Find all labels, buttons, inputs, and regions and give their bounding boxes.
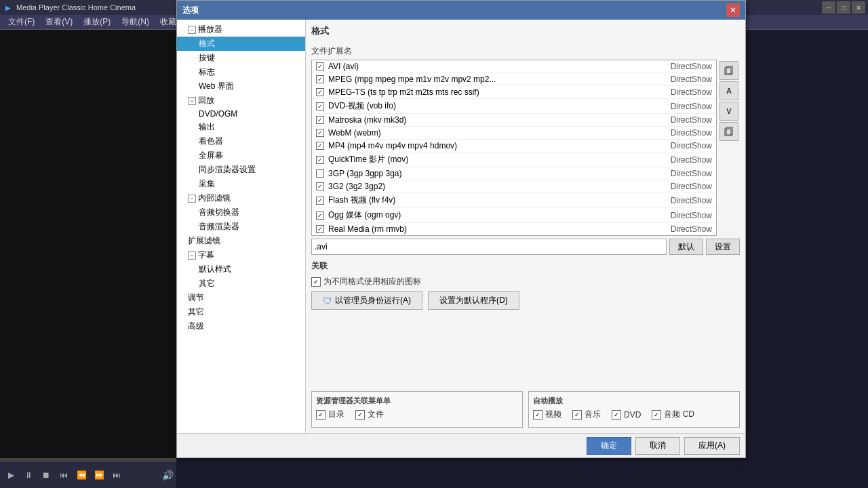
set-button[interactable]: 设置 xyxy=(706,239,740,255)
stop-button[interactable]: ⏹ xyxy=(38,467,54,483)
tree-node-audio-render[interactable]: 音频渲染器 xyxy=(177,220,305,234)
ext-checkbox-avi[interactable] xyxy=(316,62,324,70)
ext-btn-check[interactable]: V xyxy=(719,102,738,121)
progress-bar[interactable] xyxy=(0,458,176,461)
ext-checkbox-mp4[interactable] xyxy=(316,142,324,150)
ext-checkbox-rm[interactable] xyxy=(316,225,324,233)
tree-label-icon: 标志 xyxy=(199,66,215,78)
tree-expand-filter[interactable] xyxy=(188,195,196,203)
ext-engine-mov: DirectShow xyxy=(658,155,712,165)
ext-btn-copy2[interactable] xyxy=(719,122,738,141)
prev-button[interactable]: ⏪ xyxy=(73,467,90,483)
menu-play[interactable]: 播放(P) xyxy=(78,15,116,29)
ext-name-flv: Flash 视频 (flv f4v) xyxy=(328,195,658,206)
explorer-dir-checkbox[interactable]: ✓ xyxy=(316,410,326,420)
tree-node-hotkey[interactable]: 按键 xyxy=(177,51,305,65)
ext-checkbox-dvd[interactable] xyxy=(316,102,324,110)
tree-expand-player[interactable] xyxy=(188,26,196,34)
auto-music-row: ✓ 音乐 xyxy=(572,409,601,420)
prev-chapter-button[interactable]: ⏮ xyxy=(56,467,72,483)
tree-expand-playback[interactable] xyxy=(188,97,196,105)
ext-item-rm[interactable]: Real Media (rm rmvb) DirectShow xyxy=(312,223,716,236)
ext-item-3gp[interactable]: 3GP (3gp 3gpp 3ga) DirectShow xyxy=(312,167,716,180)
play-button[interactable]: ▶ xyxy=(3,467,19,483)
ext-item-mp4[interactable]: MP4 (mp4 m4v mp4v mpv4 hdmov) DirectShow xyxy=(312,140,716,152)
ext-input-field[interactable] xyxy=(311,239,667,255)
ext-item-avi[interactable]: AVI (avi) DirectShow xyxy=(312,60,716,73)
extensions-list[interactable]: AVI (avi) DirectShow MPEG (mpg mpeg mpe … xyxy=(311,60,717,236)
tree-node-icon[interactable]: 标志 xyxy=(177,65,305,79)
next-chapter-button[interactable]: ⏭ xyxy=(108,467,125,483)
tree-node-ext-filter[interactable]: 扩展滤镜 xyxy=(177,234,305,248)
ext-btn-copy1[interactable] xyxy=(719,61,738,80)
tree-node-player[interactable]: 播放器 xyxy=(177,22,305,37)
bottom-sections: 资源管理器关联菜单单 ✓ 目录 ✓ 文件 xyxy=(311,391,740,428)
ext-item-dvd[interactable]: DVD-视频 (vob ifo) DirectShow xyxy=(312,99,716,114)
next-button[interactable]: ⏩ xyxy=(91,467,107,483)
explorer-file-checkbox[interactable]: ✓ xyxy=(355,410,365,420)
auto-cd-checkbox[interactable]: ✓ xyxy=(652,410,661,420)
ext-checkbox-mpeg[interactable] xyxy=(316,75,324,83)
tree-node-audio-switch[interactable]: 音频切换器 xyxy=(177,205,305,220)
ext-item-mkv[interactable]: Matroska (mkv mk3d) DirectShow xyxy=(312,114,716,127)
auto-dvd-checkbox[interactable]: ✓ xyxy=(612,410,621,420)
explorer-file-label: 文件 xyxy=(368,409,384,420)
tree-node-output[interactable]: 输出 xyxy=(177,120,305,134)
tree-node-filter[interactable]: 内部滤镜 xyxy=(177,191,305,205)
pause-button[interactable]: ⏸ xyxy=(20,467,37,483)
auto-play-section: 自动播放 ✓ 视频 ✓ 音乐 xyxy=(528,391,740,428)
use-icon-checkbox[interactable]: ✓ xyxy=(311,277,321,287)
ext-item-webm[interactable]: WebM (webm) DirectShow xyxy=(312,127,716,140)
ext-item-mov[interactable]: QuickTime 影片 (mov) DirectShow xyxy=(312,152,716,167)
tree-label-audio-render: 音频渲染器 xyxy=(199,221,239,232)
main-container: ▶ ⏸ ⏹ ⏮ ⏪ ⏩ ⏭ 🔊 选项 ✕ xyxy=(0,30,868,488)
minimize-button[interactable]: ─ xyxy=(822,1,835,14)
dialog-close-button[interactable]: ✕ xyxy=(726,3,740,17)
app-close-button[interactable]: ✕ xyxy=(852,1,865,14)
ext-item-mpeg[interactable]: MPEG (mpg mpeg mpe m1v m2v mpv2 mp2... D… xyxy=(312,73,716,86)
tree-expand-subtitle[interactable] xyxy=(188,251,196,260)
ext-item-flv[interactable]: Flash 视频 (flv f4v) DirectShow xyxy=(312,193,716,208)
tree-node-sync[interactable]: 同步渲染器设置 xyxy=(177,163,305,177)
tree-label-hotkey: 按键 xyxy=(199,52,215,64)
ext-checkbox-ogg[interactable] xyxy=(316,211,324,220)
tree-node-dvd[interactable]: DVD/OGM xyxy=(177,108,305,120)
cancel-button[interactable]: 取消 xyxy=(635,437,680,455)
menu-nav[interactable]: 导航(N) xyxy=(116,15,155,29)
tree-node-capture[interactable]: 采集 xyxy=(177,177,305,191)
ext-checkbox-webm[interactable] xyxy=(316,129,324,137)
auto-music-checkbox[interactable]: ✓ xyxy=(572,410,582,420)
tree-node-other-sub[interactable]: 其它 xyxy=(177,277,305,291)
maximize-button[interactable]: □ xyxy=(837,1,850,14)
tree-node-color[interactable]: 着色器 xyxy=(177,134,305,148)
menu-view[interactable]: 查看(V) xyxy=(40,15,78,29)
ext-checkbox-3g2[interactable] xyxy=(316,182,324,190)
ext-checkbox-flv[interactable] xyxy=(316,197,324,205)
tree-node-web[interactable]: Web 界面 xyxy=(177,79,305,94)
menu-file[interactable]: 文件(F) xyxy=(3,15,40,29)
ext-item-ogg[interactable]: Ogg 媒体 (ogm ogv) DirectShow xyxy=(312,208,716,223)
ext-item-mpegts[interactable]: MPEG-TS (ts tp trp m2t m2ts mts rec ssif… xyxy=(312,86,716,99)
default-button[interactable]: 默认 xyxy=(669,239,703,255)
tree-node-fullscreen[interactable]: 全屏幕 xyxy=(177,148,305,163)
auto-music-label: 音乐 xyxy=(585,409,601,420)
ext-btn-select-all[interactable]: A xyxy=(719,81,738,100)
ext-checkbox-mov[interactable] xyxy=(316,156,324,164)
ext-checkbox-3gp[interactable] xyxy=(316,169,324,178)
apply-button[interactable]: 应用(A) xyxy=(684,437,740,455)
ok-button[interactable]: 确定 xyxy=(587,437,631,455)
tree-node-default-style[interactable]: 默认样式 xyxy=(177,262,305,277)
tree-node-tune[interactable]: 调节 xyxy=(177,291,305,305)
set-default-button[interactable]: 设置为默认程序(D) xyxy=(428,291,519,310)
tree-node-other[interactable]: 其它 xyxy=(177,305,305,319)
auto-video-checkbox[interactable]: ✓ xyxy=(533,410,542,420)
admin-run-button[interactable]: 🛡 以管理员身份运行(A) xyxy=(311,291,422,310)
ext-checkbox-mkv[interactable] xyxy=(316,116,324,124)
ext-item-3g2[interactable]: 3G2 (3g2 3gp2) DirectShow xyxy=(312,180,716,193)
tree-node-format[interactable]: 格式 xyxy=(177,37,305,51)
tree-node-subtitle[interactable]: 字幕 xyxy=(177,248,305,262)
auto-cd-label: 音频 CD xyxy=(664,409,694,420)
tree-node-advanced[interactable]: 高级 xyxy=(177,319,305,333)
tree-node-playback[interactable]: 回放 xyxy=(177,94,305,108)
ext-checkbox-mpegts[interactable] xyxy=(316,88,324,96)
